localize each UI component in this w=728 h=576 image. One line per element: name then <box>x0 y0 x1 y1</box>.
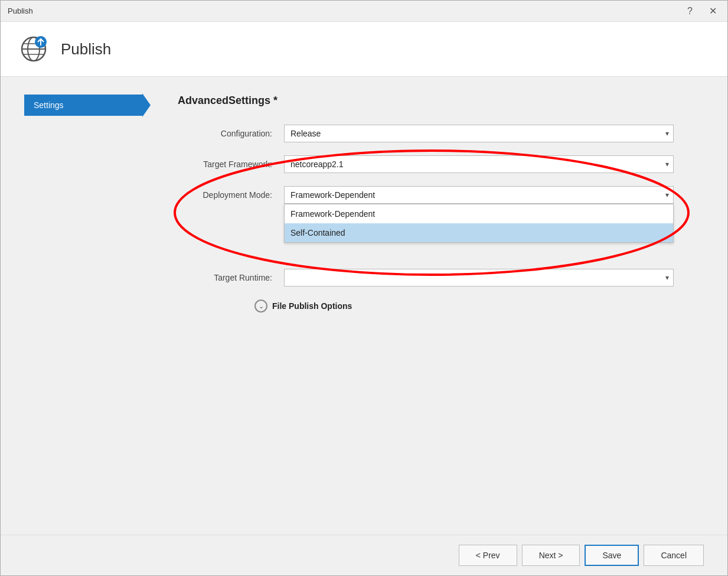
configuration-label: Configuration: <box>178 129 284 138</box>
configuration-wrapper: Release Debug ▾ <box>284 125 674 142</box>
title-bar-controls: ? ✕ <box>684 4 720 18</box>
footer: < Prev Next > Save Cancel <box>1 535 727 575</box>
target-runtime-row: Target Runtime: ▾ <box>178 269 704 287</box>
sidebar-item-label: Settings <box>34 100 64 110</box>
dropdown-item-framework-dependent[interactable]: Framework-Dependent <box>285 204 673 223</box>
globe-icon <box>18 34 49 64</box>
help-button[interactable]: ? <box>684 5 696 18</box>
prev-button[interactable]: < Prev <box>459 545 517 566</box>
deployment-mode-select[interactable]: Framework-Dependent Self-Contained <box>284 186 674 204</box>
deployment-select-container: Framework-Dependent Self-Contained ▾ Fra… <box>284 186 674 204</box>
title-bar: Publish ? ✕ <box>1 1 727 22</box>
settings-panel: AdvancedSettings * Configuration: Releas… <box>166 95 704 517</box>
target-runtime-select[interactable] <box>284 269 674 287</box>
dropdown-item-self-contained[interactable]: Self-Contained <box>285 223 673 242</box>
cancel-button[interactable]: Cancel <box>644 545 704 566</box>
file-publish-expand-icon[interactable]: ⌄ <box>254 300 267 313</box>
deployment-mode-row: Deployment Mode: Framework-Dependent Sel… <box>178 186 704 204</box>
file-publish-row: ⌄ File Publish Options <box>254 300 704 313</box>
close-button[interactable]: ✕ <box>706 4 720 18</box>
expand-chevron-icon: ⌄ <box>259 302 264 310</box>
window-title: Publish <box>8 6 33 15</box>
header-section: Publish <box>1 22 727 77</box>
main-content: Settings AdvancedSettings * Configuratio… <box>1 77 727 535</box>
deployment-dropdown-list: Framework-Dependent Self-Contained <box>284 204 674 243</box>
sidebar: Settings <box>24 95 142 517</box>
sidebar-item-settings[interactable]: Settings <box>24 95 142 116</box>
settings-section-title: AdvancedSettings * <box>178 95 704 107</box>
target-framework-row: Target Framework: netcoreapp2.1 ▾ <box>178 155 704 173</box>
publish-window: Publish ? ✕ Publish Set <box>0 0 728 576</box>
deployment-mode-wrapper: Framework-Dependent Self-Contained ▾ Fra… <box>284 186 674 204</box>
target-runtime-label: Target Runtime: <box>178 273 284 282</box>
next-button[interactable]: Next > <box>522 545 580 566</box>
target-framework-wrapper: netcoreapp2.1 ▾ <box>284 155 674 173</box>
target-framework-select[interactable]: netcoreapp2.1 <box>284 155 674 173</box>
file-publish-label: File Publish Options <box>272 301 352 311</box>
save-button[interactable]: Save <box>585 545 639 566</box>
deployment-mode-label: Deployment Mode: <box>178 190 284 200</box>
target-framework-label: Target Framework: <box>178 160 284 169</box>
page-title: Publish <box>61 40 111 58</box>
configuration-row: Configuration: Release Debug ▾ <box>178 125 704 142</box>
target-runtime-wrapper: ▾ <box>284 269 674 287</box>
configuration-select[interactable]: Release Debug <box>284 125 674 142</box>
